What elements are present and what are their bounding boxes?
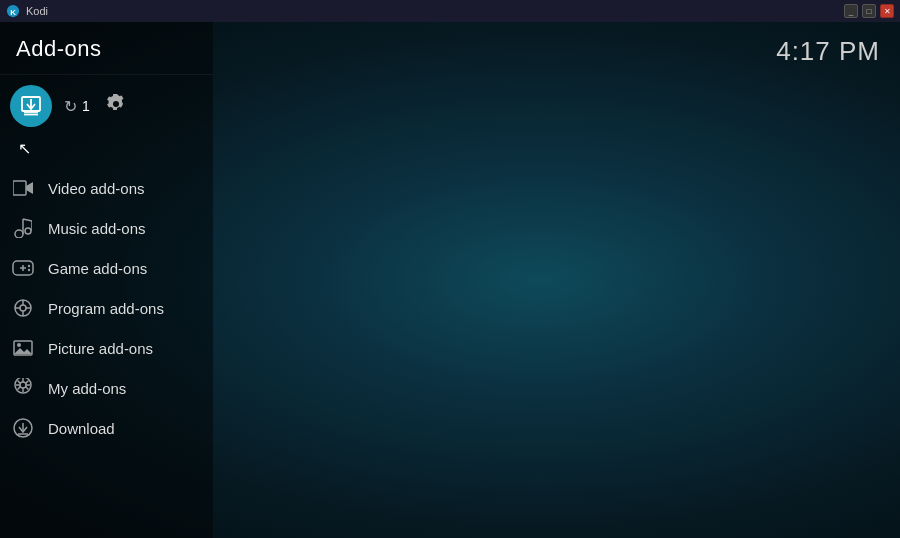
sidebar-header: Add-ons [0,22,213,75]
picture-addons-label: Picture add-ons [48,340,153,357]
svg-marker-26 [14,348,32,354]
title-bar: K Kodi _ □ ✕ [0,0,900,22]
svg-line-36 [26,381,29,384]
main-container: Add-ons ↻ 1 [0,22,900,538]
sidebar-item-my-addons[interactable]: My add-ons [0,368,213,408]
svg-point-16 [28,265,30,267]
svg-point-17 [28,269,30,271]
sidebar-item-program-addons[interactable]: Program add-ons [0,288,213,328]
update-count: 1 [82,98,90,114]
video-icon [12,177,34,199]
addon-box-icon [20,95,42,117]
svg-text:K: K [10,8,16,17]
sidebar-item-picture-addons[interactable]: Picture add-ons [0,328,213,368]
svg-rect-6 [13,181,26,195]
nav-menu: Video add-ons Music add-ons [0,164,213,538]
sidebar-item-game-addons[interactable]: Game add-ons [0,248,213,288]
clock: 4:17 PM [776,36,880,67]
video-addons-label: Video add-ons [48,180,144,197]
maximize-button[interactable]: □ [862,4,876,18]
sidebar: Add-ons ↻ 1 [0,22,213,538]
close-button[interactable]: ✕ [880,4,894,18]
svg-line-35 [18,387,21,390]
game-addons-label: Game add-ons [48,260,147,277]
svg-point-8 [15,230,23,238]
update-badge[interactable]: ↻ 1 [64,97,90,116]
sidebar-item-download[interactable]: Download [0,408,213,448]
program-addons-label: Program add-ons [48,300,164,317]
game-icon [12,257,34,279]
music-addons-label: Music add-ons [48,220,146,237]
kodi-logo-icon: K [6,4,20,18]
settings-button[interactable] [106,94,126,119]
cursor-icon: ↖ [18,140,31,157]
sidebar-item-music-addons[interactable]: Music add-ons [0,208,213,248]
svg-point-25 [17,343,21,347]
program-icon [12,297,34,319]
page-title: Add-ons [16,36,101,61]
svg-point-9 [25,228,31,234]
svg-line-34 [26,387,29,390]
minimize-button[interactable]: _ [844,4,858,18]
window-controls: _ □ ✕ [844,4,894,18]
svg-line-11 [23,219,32,221]
titlebar-text: Kodi [26,5,844,17]
download-label: Download [48,420,115,437]
refresh-icon: ↻ [64,97,77,116]
svg-line-33 [18,381,21,384]
my-addons-label: My add-ons [48,380,126,397]
action-bar: ↻ 1 [0,75,213,139]
svg-marker-7 [26,182,33,194]
addon-browser-button[interactable] [10,85,52,127]
myaddon-icon [12,377,34,399]
sidebar-item-video-addons[interactable]: Video add-ons [0,168,213,208]
music-icon [12,217,34,239]
download-icon [12,417,34,439]
picture-icon [12,337,34,359]
content-area: 4:17 PM [213,22,900,538]
cursor-area: ↖ [0,139,213,164]
svg-point-19 [20,305,26,311]
gear-icon [106,94,126,114]
